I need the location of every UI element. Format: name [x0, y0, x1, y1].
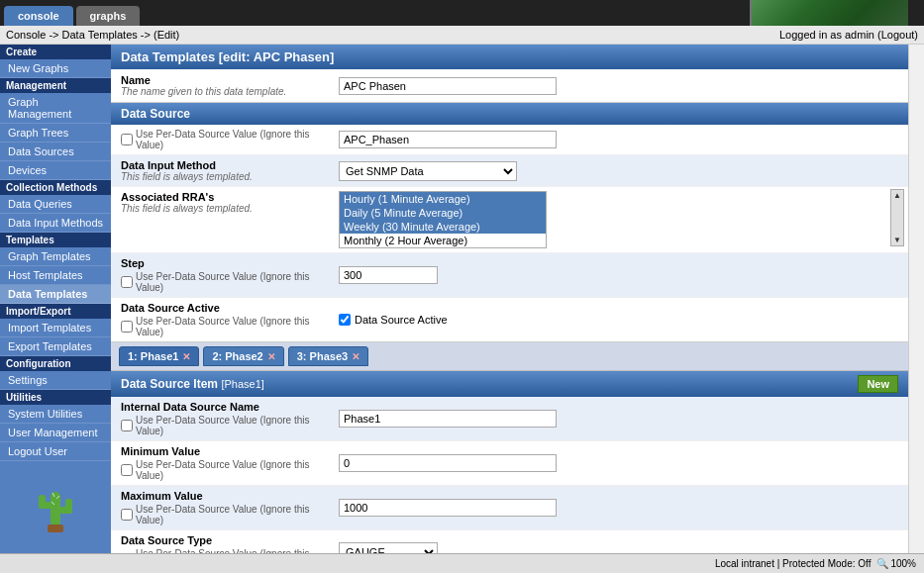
tab-phase3-close[interactable]: ✕: [352, 351, 359, 362]
sidebar-section-create: Create: [0, 45, 111, 59]
sidebar-section-configuration: Configuration: [0, 356, 111, 371]
sidebar-item-export-templates[interactable]: Export Templates: [0, 337, 111, 356]
data-input-label: Data Input Method: [121, 159, 319, 171]
console-tab[interactable]: console: [4, 6, 73, 26]
sidebar-section-collection: Collection Methods: [0, 180, 111, 195]
rra-option-weekly[interactable]: Weekly (30 Minute Average): [340, 220, 546, 234]
svg-rect-5: [48, 525, 63, 532]
ds-type-select[interactable]: GAUGE COUNTER DERIVE ABSOLUTE: [339, 542, 438, 553]
step-checkbox[interactable]: [121, 276, 133, 288]
name-input[interactable]: [339, 77, 557, 95]
ds-name-checkbox-label: Use Per-Data Source Value (Ignore this V…: [136, 129, 319, 150]
min-value-checkbox[interactable]: [121, 464, 133, 476]
sidebar-item-system-utilities[interactable]: System Utilities: [0, 405, 111, 424]
ds-item-section-header: Data Source Item [Phase1] New: [111, 371, 908, 397]
svg-rect-4: [65, 499, 72, 514]
sidebar-item-settings[interactable]: Settings: [0, 371, 111, 390]
rra-option-hourly[interactable]: Hourly (1 Minute Average): [340, 192, 546, 206]
rra-list[interactable]: Hourly (1 Minute Average) Daily (5 Minut…: [339, 191, 547, 248]
ds-item-bracket: [Phase1]: [221, 378, 263, 390]
breadcrumb: Console -> Data Templates -> (Edit) Logg…: [0, 26, 924, 45]
data-input-sublabel: This field is always templated.: [121, 171, 319, 182]
sidebar-section-management: Management: [0, 78, 111, 93]
rra-option-daily[interactable]: Daily (5 Minute Average): [340, 206, 546, 220]
ds-name-input[interactable]: [339, 131, 557, 148]
sidebar-section-import-export: Import/Export: [0, 304, 111, 319]
graphs-tab[interactable]: graphs: [76, 6, 141, 26]
sidebar-item-data-input-methods[interactable]: Data Input Methods: [0, 214, 111, 233]
step-input[interactable]: [339, 266, 438, 284]
sidebar-item-logout[interactable]: Logout User: [0, 442, 111, 461]
max-value-checkbox[interactable]: [121, 509, 133, 521]
svg-rect-2: [39, 495, 46, 509]
name-sublabel: The name given to this data template.: [121, 86, 319, 97]
ds-type-label: Data Source Type: [121, 534, 319, 546]
rra-label: Associated RRA's: [121, 191, 319, 203]
min-value-checkbox-label: Use Per-Data Source Value (Ignore this V…: [136, 459, 319, 481]
data-input-select[interactable]: Get SNMP Data: [339, 161, 517, 181]
new-ds-item-button[interactable]: New: [858, 375, 898, 393]
rra-option-monthly[interactable]: Monthly (2 Hour Average): [340, 234, 546, 247]
tab-phase1-close[interactable]: ✕: [182, 351, 190, 362]
ds-name-checkbox[interactable]: [121, 134, 133, 145]
status-text: Local intranet | Protected Mode: Off: [715, 558, 872, 569]
cactus-icon: [0, 461, 111, 552]
data-source-active-text: Data Source Active: [355, 314, 448, 326]
max-value-label: Maximum Value: [121, 490, 319, 502]
data-source-active-checkbox[interactable]: [339, 314, 351, 326]
step-checkbox-label: Use Per-Data Source Value (Ignore this V…: [136, 271, 319, 293]
sidebar-item-devices[interactable]: Devices: [0, 161, 111, 180]
data-source-header: Data Source: [111, 103, 908, 125]
max-value-checkbox-label: Use Per-Data Source Value (Ignore this V…: [136, 504, 319, 525]
tabs-bar: 1: Phase1 ✕ 2: Phase2 ✕ 3: Phase3 ✕: [111, 342, 908, 371]
sidebar-item-graph-management[interactable]: Graph Management: [0, 93, 111, 124]
tab-phase2[interactable]: 2: Phase2 ✕: [203, 346, 283, 366]
active-per-source-checkbox[interactable]: [121, 321, 133, 333]
zoom-indicator: 🔍 100%: [876, 558, 916, 569]
status-bar: Local intranet | Protected Mode: Off 🔍 1…: [0, 553, 924, 573]
min-value-label: Minimum Value: [121, 445, 319, 457]
active-checkbox-label: Use Per-Data Source Value (Ignore this V…: [136, 316, 319, 337]
min-value-input[interactable]: [339, 454, 557, 472]
sidebar-item-new-graphs[interactable]: New Graphs: [0, 59, 111, 78]
sidebar-item-graph-templates[interactable]: Graph Templates: [0, 247, 111, 266]
step-label: Step: [121, 257, 319, 269]
internal-ds-name-checkbox[interactable]: [121, 420, 133, 431]
sidebar-item-data-sources[interactable]: Data Sources: [0, 143, 111, 161]
sidebar-section-utilities: Utilities: [0, 390, 111, 405]
sidebar-item-data-queries[interactable]: Data Queries: [0, 195, 111, 214]
tab-phase2-close[interactable]: ✕: [267, 351, 275, 362]
internal-ds-checkbox-label: Use Per-Data Source Value (Ignore this V…: [136, 415, 319, 436]
internal-ds-name-label: Internal Data Source Name: [121, 401, 319, 413]
sidebar-section-templates: Templates: [0, 233, 111, 247]
active-label: Data Source Active: [121, 302, 319, 314]
sidebar-item-host-templates[interactable]: Host Templates: [0, 266, 111, 285]
name-label: Name: [121, 74, 319, 86]
sidebar-item-data-templates[interactable]: Data Templates: [0, 285, 111, 304]
svg-rect-0: [51, 492, 60, 526]
sidebar-item-import-templates[interactable]: Import Templates: [0, 319, 111, 337]
max-value-input[interactable]: [339, 499, 557, 517]
tab-phase1[interactable]: 1: Phase1 ✕: [119, 346, 199, 366]
tab-phase3[interactable]: 3: Phase3 ✕: [288, 346, 368, 366]
internal-ds-name-input[interactable]: [339, 410, 557, 428]
page-title: Data Templates [edit: APC Phasen]: [111, 45, 908, 69]
sidebar-item-user-management[interactable]: User Management: [0, 424, 111, 442]
sidebar-item-graph-trees[interactable]: Graph Trees: [0, 124, 111, 143]
rra-sublabel: This field is always templated.: [121, 203, 319, 214]
